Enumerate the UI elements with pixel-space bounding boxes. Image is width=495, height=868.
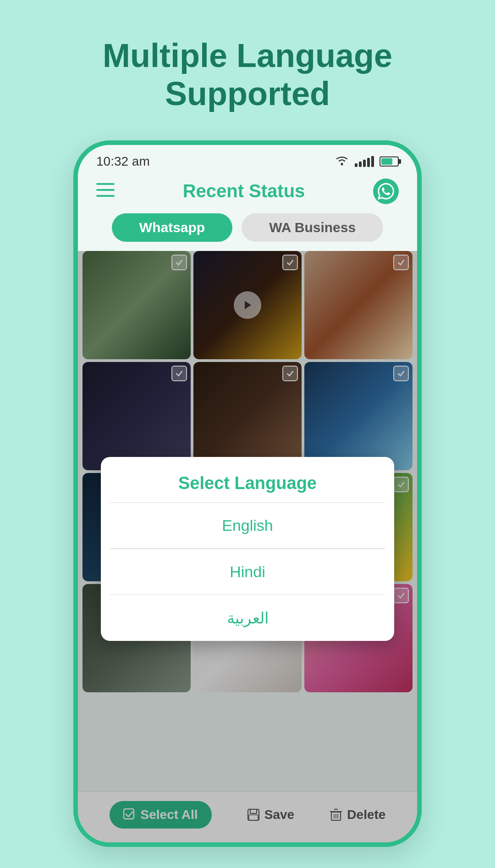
phone-shell: 10:32 am <box>73 140 422 847</box>
language-option-english[interactable]: English <box>101 503 394 548</box>
battery-icon <box>380 156 399 167</box>
language-option-arabic[interactable]: العربية <box>101 595 394 641</box>
tab-bar: Whatsapp WA Business <box>78 211 417 251</box>
tab-wa-business[interactable]: WA Business <box>242 213 383 242</box>
content-area: Select Language English Hindi العربية <box>78 251 417 847</box>
modal-overlay[interactable]: Select Language English Hindi العربية <box>78 251 417 847</box>
status-icons <box>335 154 399 169</box>
tab-whatsapp[interactable]: Whatsapp <box>112 213 232 242</box>
app-title: Recent Status <box>183 181 305 201</box>
language-option-hindi[interactable]: Hindi <box>101 549 394 595</box>
status-time: 10:32 am <box>96 154 150 169</box>
status-bar: 10:32 am <box>78 145 417 174</box>
svg-point-0 <box>341 163 343 165</box>
whatsapp-logo-icon <box>373 178 399 204</box>
svg-rect-1 <box>96 183 115 185</box>
svg-rect-3 <box>96 195 115 197</box>
language-select-modal: Select Language English Hindi العربية <box>101 457 394 641</box>
svg-rect-2 <box>96 189 115 191</box>
modal-title: Select Language <box>101 457 394 502</box>
menu-icon[interactable] <box>96 182 115 201</box>
app-header: Recent Status <box>78 174 417 211</box>
page-headline: Multiple Language Supported <box>87 37 408 113</box>
wifi-icon <box>335 154 349 169</box>
phone-mockup: 10:32 am <box>73 140 422 856</box>
signal-bars-icon <box>355 156 374 167</box>
